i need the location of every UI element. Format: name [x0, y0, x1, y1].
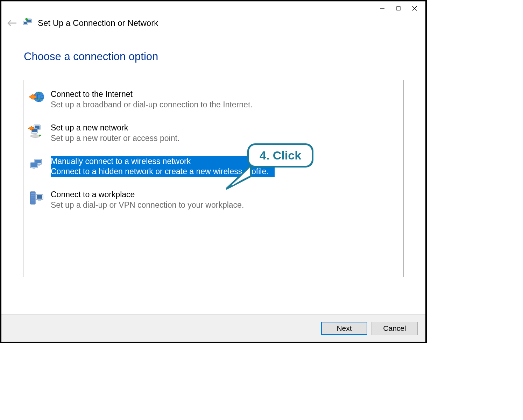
option-desc: Set up a new router or access point.: [51, 133, 179, 144]
globe-arrow-icon: [28, 89, 45, 106]
close-button[interactable]: [407, 3, 423, 14]
option-title: Connect to a workplace: [51, 190, 244, 200]
page-heading: Choose a connection option: [24, 50, 404, 63]
svg-rect-33: [37, 195, 42, 199]
svg-rect-34: [38, 200, 41, 201]
option-title: Set up a new network: [51, 123, 179, 133]
svg-rect-1: [397, 7, 400, 10]
option-desc: Connect to a hidden network or create a …: [51, 166, 275, 177]
option-desc: Set up a dial-up or VPN connection to yo…: [51, 200, 244, 211]
option-title: Connect to the Internet: [51, 89, 253, 100]
options-list: Connect to the Internet Set up a broadba…: [23, 80, 404, 277]
svg-rect-25: [33, 168, 35, 169]
back-button[interactable]: [6, 17, 18, 29]
option-text: Connect to the Internet Set up a broadba…: [51, 89, 253, 110]
svg-rect-8: [27, 20, 31, 22]
wireless-devices-icon: [28, 156, 45, 173]
option-text: Manually connect to a wireless network C…: [51, 156, 275, 177]
minimize-button[interactable]: [374, 3, 390, 14]
network-wizard-icon: [22, 17, 34, 29]
svg-point-18: [30, 135, 40, 137]
svg-rect-19: [39, 135, 41, 136]
option-text: Connect to a workplace Set up a dial-up …: [51, 190, 244, 211]
cancel-button[interactable]: Cancel: [372, 322, 418, 335]
header-row: Set Up a Connection or Network: [1, 15, 425, 29]
svg-rect-24: [31, 163, 37, 167]
footer-bar: Next Cancel: [1, 314, 425, 342]
svg-rect-10: [25, 19, 28, 20]
content-area: Choose a connection option Connect to th…: [1, 29, 425, 314]
workplace-server-icon: [28, 190, 45, 206]
next-button[interactable]: Next: [321, 322, 367, 335]
network-devices-icon: [28, 123, 45, 140]
option-desc: Set up a broadband or dial-up connection…: [51, 100, 253, 110]
option-workplace[interactable]: Connect to a workplace Set up a dial-up …: [28, 187, 398, 213]
option-text: Set up a new network Set up a new router…: [51, 123, 179, 144]
titlebar: [1, 1, 425, 15]
maximize-button[interactable]: [390, 3, 407, 14]
wizard-window: Set Up a Connection or Network Choose a …: [0, 0, 427, 343]
option-manual-wireless[interactable]: Manually connect to a wireless network C…: [28, 154, 398, 179]
option-connect-internet[interactable]: Connect to the Internet Set up a broadba…: [28, 87, 398, 112]
option-title: Manually connect to a wireless network: [51, 156, 275, 167]
option-new-network[interactable]: Set up a new network Set up a new router…: [28, 121, 398, 146]
svg-rect-26: [37, 165, 40, 166]
window-title: Set Up a Connection or Network: [38, 18, 158, 28]
